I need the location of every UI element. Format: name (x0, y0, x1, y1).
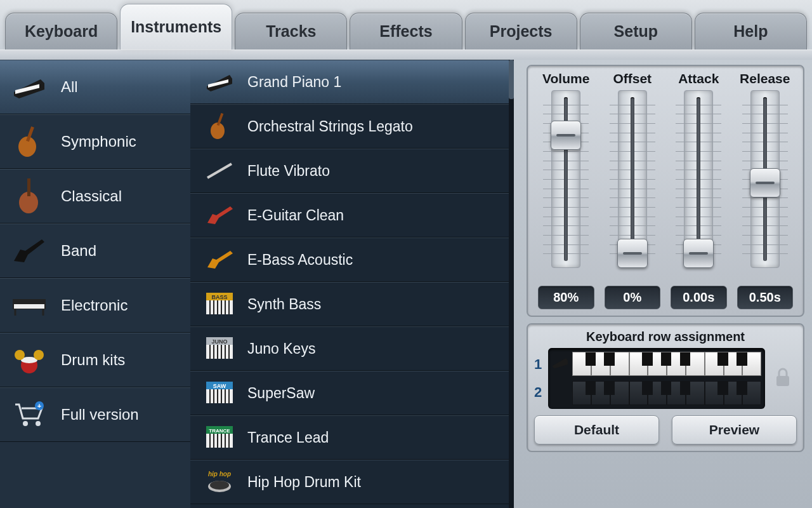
slider-handle[interactable] (617, 239, 648, 268)
category-label: Electronic (61, 297, 128, 314)
right-panel: Volume Offset Attack Release 80% 0% 0.00… (514, 60, 812, 508)
slider-handle[interactable] (683, 239, 714, 268)
bass-icon (204, 246, 235, 274)
keyboard-icon (11, 288, 47, 323)
tab-tracks[interactable]: Tracks (235, 13, 347, 50)
tab-projects[interactable]: Projects (465, 13, 577, 50)
tab-setup[interactable]: Setup (580, 13, 692, 50)
instrument-juno-keys[interactable]: JUNO Juno Keys (190, 326, 514, 371)
category-drumkits[interactable]: Drum kits (0, 333, 190, 387)
svg-text:+: + (37, 402, 41, 410)
keyboard-preview[interactable] (548, 348, 765, 409)
tab-instruments[interactable]: Instruments (120, 4, 232, 50)
instrument-ebass-acoustic[interactable]: E-Bass Acoustic (190, 237, 514, 282)
tab-effects[interactable]: Effects (350, 13, 462, 50)
default-button[interactable]: Default (534, 415, 659, 444)
slider-handle[interactable] (750, 168, 780, 197)
tab-label: Help (733, 22, 768, 41)
preview-button[interactable]: Preview (672, 415, 797, 444)
scrollbar-track[interactable] (509, 60, 514, 508)
lock-icon (771, 366, 797, 391)
category-symphonic[interactable]: Symphonic (0, 114, 190, 169)
instrument-label: Grand Piano 1 (247, 74, 341, 91)
row-numbers: 1 2 (534, 356, 542, 401)
scrollbar-thumb[interactable] (509, 60, 514, 99)
keyboard-row-1 (572, 352, 761, 376)
instrument-label: SuperSaw (247, 385, 315, 402)
svg-point-14 (34, 350, 44, 360)
category-electronic[interactable]: Electronic (0, 278, 190, 333)
slider-volume[interactable] (551, 90, 580, 268)
violin-icon (204, 112, 235, 140)
instrument-synth-bass[interactable]: BASS Synth Bass (190, 282, 514, 326)
keyboard-assignment: Keyboard row assignment 1 2 (527, 323, 804, 452)
piano-icon (11, 69, 47, 105)
synth-icon: BASS (204, 290, 235, 318)
instrument-label: Flute Vibrato (247, 163, 330, 180)
slider-label-volume: Volume (533, 71, 599, 86)
slider-value-attack: 0.00s (671, 286, 727, 309)
svg-point-15 (23, 421, 28, 426)
svg-text:BASS: BASS (211, 294, 227, 300)
category-sidebar: All Symphonic Classical Band Electronic … (0, 60, 190, 508)
instrument-label: E-Guitar Clean (247, 207, 344, 224)
svg-rect-5 (27, 178, 30, 196)
slider-value-volume: 80% (538, 286, 594, 309)
row-number-1: 1 (534, 356, 542, 373)
svg-marker-25 (207, 251, 233, 269)
svg-point-16 (36, 421, 41, 426)
category-label: Drum kits (61, 351, 125, 369)
instrument-label: Trance Lead (247, 429, 329, 446)
category-fullversion[interactable]: + Full version (0, 387, 190, 442)
instrument-list: Grand Piano 1 Orchestral Strings Legato … (190, 60, 514, 508)
piano-icon (204, 68, 235, 96)
eguitar-icon (204, 201, 235, 229)
svg-text:hip hop: hip hop (208, 471, 231, 478)
instrument-trance-lead[interactable]: TRANCE Trance Lead (190, 415, 514, 460)
tab-keyboard[interactable]: Keyboard (5, 13, 117, 50)
instrument-label: Hip Hop Drum Kit (247, 474, 361, 491)
svg-marker-6 (14, 239, 44, 262)
slider-handle[interactable] (551, 121, 581, 150)
tab-label: Tracks (266, 22, 316, 41)
slider-attack[interactable] (684, 90, 713, 268)
instrument-supersaw[interactable]: SAW SuperSaw (190, 371, 514, 415)
category-all[interactable]: All (0, 60, 190, 114)
violin-icon (11, 124, 47, 159)
instrument-hiphop-drumkit[interactable]: hip hop Hip Hop Drum Kit (190, 460, 514, 504)
tab-help[interactable]: Help (695, 13, 807, 50)
category-classical[interactable]: Classical (0, 169, 190, 224)
row-number-2: 2 (534, 384, 542, 401)
category-band[interactable]: Band (0, 224, 190, 278)
instrument-eguitar-clean[interactable]: E-Guitar Clean (190, 193, 514, 237)
category-label: Classical (61, 187, 122, 205)
tab-bar: Keyboard Instruments Tracks Effects Proj… (0, 0, 812, 50)
slider-offset[interactable] (618, 90, 647, 268)
synth-icon: JUNO (204, 335, 235, 363)
tab-label: Projects (490, 22, 553, 41)
svg-marker-65 (553, 358, 568, 368)
instrument-label: E-Bass Acoustic (247, 251, 353, 269)
tab-label: Keyboard (25, 22, 98, 41)
assignment-title: Keyboard row assignment (534, 330, 797, 344)
category-label: All (61, 78, 78, 96)
drums-icon (11, 342, 47, 378)
slider-release[interactable] (750, 90, 780, 268)
category-label: Symphonic (61, 133, 136, 150)
instrument-orchestral-strings[interactable]: Orchestral Strings Legato (190, 104, 514, 149)
svg-point-13 (15, 350, 25, 360)
instrument-label: Orchestral Strings Legato (247, 118, 413, 135)
svg-line-23 (207, 164, 232, 178)
instrument-grand-piano[interactable]: Grand Piano 1 (190, 60, 514, 104)
svg-marker-24 (207, 206, 233, 224)
svg-text:JUNO: JUNO (211, 338, 227, 345)
tab-label: Instruments (131, 18, 221, 36)
slider-label-attack: Attack (665, 71, 732, 86)
eguitar-icon (11, 233, 47, 269)
keyboard-row-2 (572, 381, 761, 405)
instrument-flute[interactable]: Flute Vibrato (190, 149, 514, 193)
svg-rect-8 (14, 304, 44, 309)
category-label: Full version (61, 406, 139, 424)
piano-icon (552, 356, 568, 372)
svg-rect-66 (776, 376, 789, 386)
